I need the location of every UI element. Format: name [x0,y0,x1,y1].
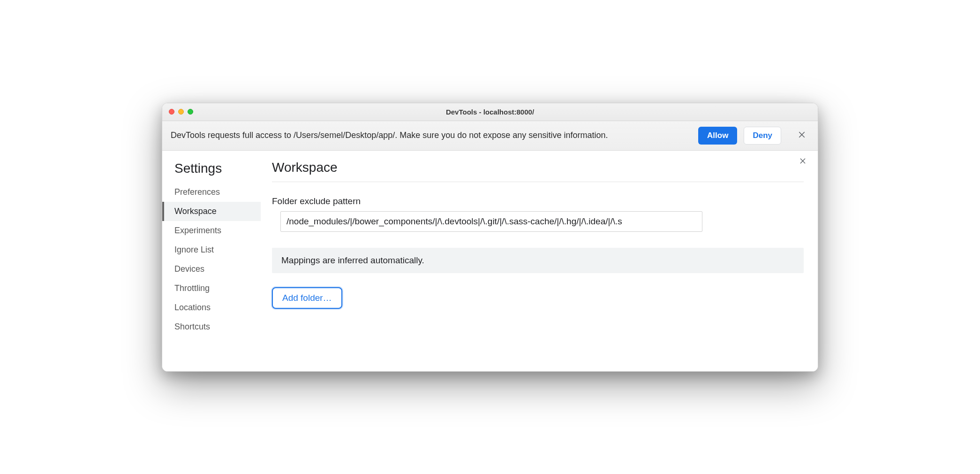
add-folder-button[interactable]: Add folder… [272,287,342,309]
devtools-window: DevTools - localhost:8000/ DevTools requ… [162,103,818,372]
access-prompt-message: DevTools requests full access to /Users/… [171,130,692,140]
sidebar-item-label: Preferences [174,187,220,197]
window-controls [169,109,193,115]
sidebar-item-label: Shortcuts [174,322,210,331]
allow-button[interactable]: Allow [698,127,737,145]
sidebar-item-ignore-list[interactable]: Ignore List [162,240,261,260]
sidebar-item-experiments[interactable]: Experiments [162,221,261,240]
sidebar-item-locations[interactable]: Locations [162,298,261,317]
exclude-pattern-label: Folder exclude pattern [272,196,804,206]
deny-button[interactable]: Deny [744,127,781,145]
sidebar-item-throttling[interactable]: Throttling [162,279,261,298]
sidebar-item-workspace[interactable]: Workspace [162,202,261,221]
mappings-info-banner: Mappings are inferred automatically. [272,248,804,273]
settings-sidebar-title: Settings [162,158,261,183]
sidebar-item-label: Ignore List [174,245,214,254]
settings-sidebar: Settings Preferences Workspace Experimen… [162,151,261,371]
close-icon [799,157,807,167]
titlebar: DevTools - localhost:8000/ [162,103,818,121]
close-icon [798,130,806,141]
settings-main: Workspace Folder exclude pattern Mapping… [261,151,818,371]
page-title: Workspace [272,160,804,182]
window-minimize-button[interactable] [178,109,184,115]
sidebar-item-shortcuts[interactable]: Shortcuts [162,317,261,336]
sidebar-item-label: Workspace [174,206,217,216]
sidebar-item-preferences[interactable]: Preferences [162,183,261,202]
sidebar-item-label: Locations [174,303,211,312]
access-prompt-bar: DevTools requests full access to /Users/… [162,121,818,151]
sidebar-item-label: Experiments [174,226,221,235]
sidebar-item-label: Devices [174,264,204,274]
sidebar-item-devices[interactable]: Devices [162,260,261,279]
window-title: DevTools - localhost:8000/ [162,108,818,116]
window-maximize-button[interactable] [188,109,193,115]
dismiss-prompt-button[interactable] [794,128,809,143]
sidebar-item-label: Throttling [174,283,210,293]
window-close-button[interactable] [169,109,174,115]
exclude-pattern-input[interactable] [280,211,702,232]
settings-panel: Settings Preferences Workspace Experimen… [162,151,818,371]
close-settings-button[interactable] [796,155,809,168]
